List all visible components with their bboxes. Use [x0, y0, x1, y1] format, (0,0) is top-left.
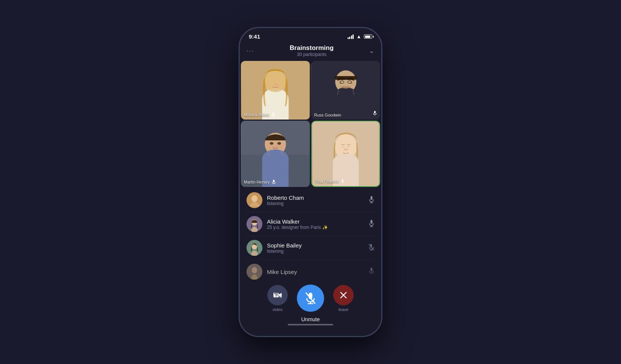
participant-info-mike: Mike Lipsey: [267, 269, 364, 275]
participant-status: listening: [267, 201, 364, 206]
list-item[interactable]: Alicia Walker 25 y.o. designer from Pari…: [240, 212, 381, 236]
participant-name: Alicia Walker: [267, 218, 364, 225]
phone-frame: 9:41 ▲ ··· Brainstorming 30 participants: [239, 27, 382, 337]
svg-point-45: [252, 267, 257, 273]
video-label-russ: Russ Goodwin: [314, 113, 342, 117]
video-tile-russ[interactable]: Russ Goodwin: [311, 61, 381, 120]
video-label-tina: Tina Flowers: [315, 179, 346, 184]
leave-label: leave: [339, 307, 348, 312]
svg-point-29: [251, 195, 257, 202]
participant-count: 30 participants: [290, 52, 334, 57]
avatar-roberto: [247, 192, 262, 208]
video-tile-martin[interactable]: Martin Hersey: [241, 121, 310, 187]
avatar-mike: [247, 264, 262, 280]
mic-icon-mike: [368, 267, 374, 276]
video-grid: Monica Bates: [240, 61, 381, 187]
list-item[interactable]: Roberto Cham listening: [240, 188, 381, 212]
list-item[interactable]: Mike Lipsey: [240, 260, 381, 281]
mic-icon-tina: [340, 179, 345, 184]
svg-point-3: [273, 83, 278, 86]
svg-point-18: [270, 142, 273, 145]
video-label: video: [273, 307, 282, 312]
more-options-icon[interactable]: ···: [247, 47, 254, 55]
status-time: 9:41: [249, 33, 260, 40]
bottom-controls: video: [240, 281, 381, 336]
participant-name: Roberto Cham: [267, 194, 364, 201]
header: ··· Brainstorming 30 participants ⌄: [240, 43, 381, 61]
svg-rect-46: [371, 268, 373, 271]
list-item[interactable]: Sophie Bailey listening: [240, 236, 381, 260]
mic-muted-icon-sophie: [368, 243, 374, 252]
video-mic-russ: [373, 110, 377, 117]
unmute-label: Unmute: [301, 316, 320, 322]
video-label-monica: Monica Bates: [244, 112, 276, 117]
wifi-icon: ▲: [356, 34, 361, 39]
mute-button[interactable]: [297, 285, 324, 312]
mic-icon: [271, 112, 276, 117]
chevron-down-icon[interactable]: ⌄: [369, 47, 374, 55]
video-button-group: video: [267, 285, 288, 312]
mute-button-group: [297, 285, 324, 312]
svg-rect-4: [273, 112, 274, 115]
phone-screen: 9:41 ▲ ··· Brainstorming 30 participants: [240, 28, 381, 336]
svg-point-2: [263, 69, 287, 92]
svg-rect-30: [371, 196, 373, 200]
mic-icon-alicia: [368, 219, 374, 229]
participant-info-sophie: Sophie Bailey listening: [267, 242, 364, 254]
mic-icon-martin: [271, 179, 276, 185]
home-indicator: [288, 324, 333, 325]
participant-name: Mike Lipsey: [267, 269, 364, 275]
status-bar: 9:41 ▲: [240, 28, 381, 43]
video-tile-tina[interactable]: Tina Flowers: [311, 121, 381, 187]
participant-list: Roberto Cham listening Alicia Walker 25 …: [240, 187, 381, 281]
participant-name: Sophie Bailey: [267, 242, 364, 249]
svg-rect-35: [371, 220, 373, 224]
control-buttons-row: video: [267, 285, 354, 312]
participant-info-alicia: Alicia Walker 25 y.o. designer from Pari…: [267, 218, 364, 230]
participant-status: listening: [267, 249, 364, 254]
status-icons: ▲: [348, 34, 372, 39]
video-tile-monica[interactable]: Monica Bates: [241, 61, 310, 120]
header-center: Brainstorming 30 participants: [290, 44, 334, 57]
participant-info-roberto: Roberto Cham listening: [267, 194, 364, 206]
call-title: Brainstorming: [290, 44, 334, 52]
avatar-sophie: [247, 240, 262, 256]
leave-button-group: leave: [333, 285, 354, 312]
video-button[interactable]: [267, 285, 288, 305]
leave-button[interactable]: [333, 285, 354, 305]
signal-icon: [348, 34, 354, 39]
svg-rect-26: [342, 179, 343, 182]
svg-rect-13: [374, 111, 376, 114]
participant-status: 25 y.o. designer from Paris ✨: [267, 225, 364, 230]
mic-icon-roberto: [368, 196, 374, 205]
svg-point-25: [343, 148, 348, 151]
video-label-martin: Martin Hersey: [244, 179, 276, 185]
battery-icon: [364, 34, 372, 39]
svg-point-19: [277, 142, 281, 145]
svg-rect-20: [273, 180, 275, 182]
avatar-alicia: [247, 216, 262, 232]
